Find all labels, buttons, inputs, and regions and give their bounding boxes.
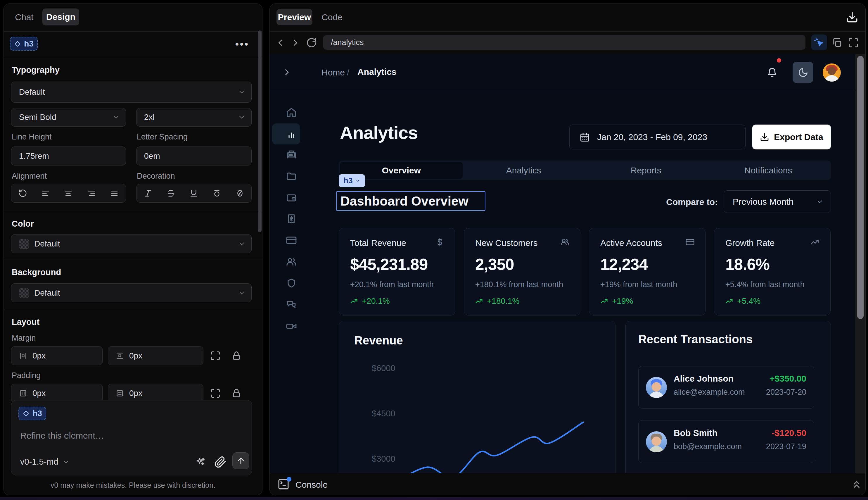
credit-card-icon	[286, 235, 297, 246]
undo-icon[interactable]	[19, 189, 27, 198]
background-section-label: Background	[12, 268, 61, 277]
sidebar-item-cards[interactable]	[280, 231, 302, 249]
avatar	[646, 377, 667, 398]
copy-icon[interactable]	[832, 37, 843, 48]
inspect-cursor-button[interactable]	[811, 34, 827, 50]
sidebar-item-reports[interactable]	[280, 146, 302, 163]
moon-icon	[798, 67, 808, 78]
lock-padding-icon[interactable]	[231, 388, 242, 399]
bell-icon[interactable]	[767, 67, 778, 78]
transaction-row-alice[interactable]: Alice Johnson alice@example.com +$350.00…	[638, 366, 814, 409]
console-bar[interactable]: Console	[270, 473, 866, 495]
selection-tag[interactable]: h3	[339, 174, 365, 187]
url-input[interactable]: /analytics	[323, 35, 806, 50]
tab-notifications[interactable]: Notifications	[707, 162, 830, 179]
breadcrumb-home[interactable]: Home	[322, 68, 345, 78]
sidebar-item-invoices[interactable]	[280, 210, 302, 228]
send-button[interactable]	[232, 452, 249, 469]
tab-design[interactable]: Design	[42, 9, 79, 25]
margin-horizontal-icon	[19, 352, 27, 360]
preview-scrollbar-thumb[interactable]	[857, 56, 864, 319]
strikethrough-icon[interactable]	[166, 189, 175, 198]
date-range-picker[interactable]: Jan 20, 2023 - Feb 09, 2023	[569, 125, 745, 149]
tab-chat[interactable]: Chat	[10, 9, 39, 25]
tab-preview[interactable]: Preview	[277, 9, 312, 25]
disclaimer-text: v0 may make mistakes. Please use with di…	[4, 481, 262, 489]
desktop-edge-strip	[0, 497, 868, 500]
download-icon	[760, 133, 769, 142]
download-icon[interactable]	[846, 11, 858, 23]
calendar-icon	[580, 132, 590, 143]
margin-y-input[interactable]: 0px	[108, 346, 204, 365]
underline-icon[interactable]	[189, 189, 198, 198]
lock-margin-icon[interactable]	[231, 351, 242, 361]
background-select[interactable]: Default	[11, 283, 252, 302]
tab-analytics[interactable]: Analytics	[463, 162, 585, 179]
revenue-chart-card: Revenue $6000 $4500 $3000	[339, 321, 615, 473]
sidebar-item-users[interactable]	[280, 253, 302, 271]
font-weight-select[interactable]: Semi Bold	[11, 108, 126, 127]
selected-element-badge[interactable]: h3	[10, 37, 38, 50]
line-height-input[interactable]: 1.75rem	[11, 147, 126, 166]
notification-dot	[777, 58, 781, 62]
typography-section-label: Typography	[12, 65, 60, 75]
section-heading-selected[interactable]: Dashboard Overview	[336, 191, 485, 211]
letter-spacing-input[interactable]: 0em	[136, 147, 252, 166]
trending-up-icon	[810, 237, 820, 247]
user-avatar[interactable]	[823, 64, 841, 82]
fullscreen-icon[interactable]	[848, 37, 859, 48]
dashboard-topbar: Home / Analytics	[270, 54, 855, 91]
expand-padding-icon[interactable]	[210, 388, 221, 399]
folder-icon	[286, 171, 297, 182]
video-icon	[286, 320, 297, 332]
stat-card-total-revenue: Total Revenue $45,231.89 +20.1% from las…	[339, 228, 455, 316]
preview-viewport: Home / Analytics Analytics	[270, 54, 855, 473]
sidebar-item-analytics[interactable]	[280, 125, 302, 143]
margin-x-input[interactable]: 0px	[11, 346, 103, 365]
expand-margin-icon[interactable]	[210, 351, 221, 361]
stat-card-new-customers: New Customers 2,350 +180.1% from last mo…	[464, 228, 580, 316]
preview-scrollbar-track[interactable]	[855, 54, 866, 473]
transaction-row-bob[interactable]: Bob Smith bob@example.com -$120.50 2023-…	[638, 420, 814, 463]
sidebar-item-files[interactable]	[280, 168, 302, 185]
element-menu-button[interactable]: •••	[235, 38, 249, 50]
chevron-down-icon	[238, 289, 245, 297]
align-justify-icon[interactable]	[110, 189, 119, 198]
composer-element-badge[interactable]: h3	[19, 407, 46, 420]
model-select[interactable]: v0-1.5-md	[20, 457, 70, 467]
sidebar-item-home[interactable]	[280, 104, 302, 121]
compare-select[interactable]: Previous Month	[724, 190, 831, 213]
nav-forward-icon[interactable]	[290, 37, 301, 48]
sidebar-item-messages[interactable]	[280, 296, 302, 314]
theme-toggle-button[interactable]	[792, 62, 813, 83]
no-decoration-icon[interactable]	[235, 189, 244, 198]
overline-icon[interactable]	[212, 189, 221, 198]
refresh-icon[interactable]	[306, 37, 317, 48]
color-select[interactable]: Default	[11, 234, 252, 253]
refine-input[interactable]: Refine this element…	[20, 431, 104, 441]
sidebar-item-video[interactable]	[280, 317, 302, 335]
font-family-select[interactable]: Default	[11, 82, 252, 103]
sidebar-toggle-icon[interactable]	[282, 67, 292, 77]
sidebar-item-wallet[interactable]	[280, 189, 302, 206]
breadcrumb-separator: /	[347, 68, 349, 78]
export-data-button[interactable]: Export Data	[752, 125, 831, 149]
paperclip-icon[interactable]	[214, 456, 227, 468]
tab-code[interactable]: Code	[319, 9, 345, 25]
sparkles-icon[interactable]	[195, 456, 206, 467]
stat-card-growth-rate: Growth Rate 18.6% +5.4% from last month …	[714, 228, 831, 316]
italic-icon[interactable]	[143, 189, 152, 198]
arrow-up-icon	[236, 456, 245, 466]
tab-reports[interactable]: Reports	[585, 162, 707, 179]
align-left-icon[interactable]	[41, 189, 50, 198]
trending-up-icon	[475, 297, 483, 305]
nav-back-icon[interactable]	[275, 37, 286, 48]
left-panel-scrollbar[interactable]	[258, 31, 262, 232]
color-section-label: Color	[12, 219, 34, 229]
align-center-icon[interactable]	[64, 189, 73, 198]
chevrons-up-icon[interactable]	[851, 479, 863, 490]
sidebar-item-security[interactable]	[280, 275, 302, 292]
font-size-select[interactable]: 2xl	[136, 108, 252, 127]
cursor-click-icon	[814, 37, 824, 48]
align-right-icon[interactable]	[87, 189, 96, 198]
